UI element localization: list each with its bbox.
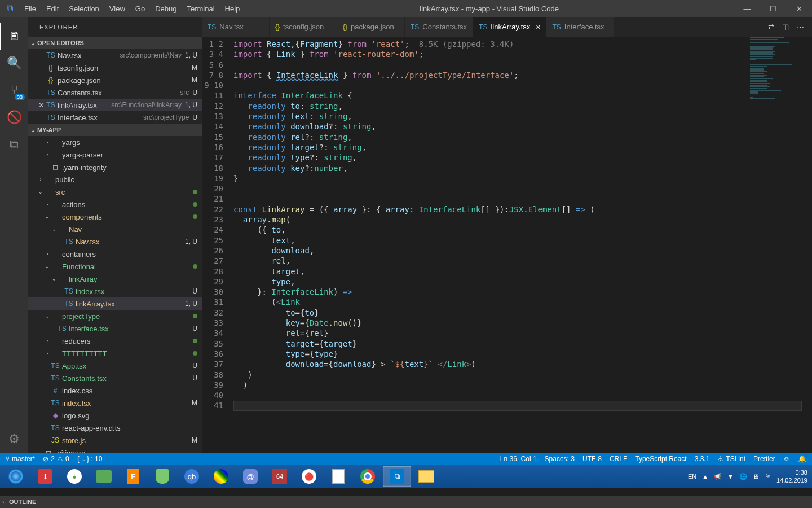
tree-item[interactable]: ⌄ Functional xyxy=(28,260,202,273)
tree-item[interactable]: ◻ .yarn-integrity xyxy=(28,161,202,173)
minimap[interactable] xyxy=(748,37,804,217)
settings-gear-icon[interactable]: ⚙ xyxy=(0,426,28,453)
problems[interactable]: ⊘ 2 ⚠ 0 xyxy=(43,455,69,463)
tree-item[interactable]: › yargs-parser xyxy=(28,148,202,161)
close-icon[interactable]: × xyxy=(536,23,540,32)
maximize-button[interactable]: ☐ xyxy=(760,0,786,17)
tray-icon[interactable]: ▲ xyxy=(702,473,708,480)
editor-tab[interactable]: TS linkArray.tsx × xyxy=(473,17,546,37)
ts-version[interactable]: 3.3.1 xyxy=(695,455,710,463)
tree-item[interactable]: TS linkArray.tsx1, U xyxy=(28,297,202,310)
editor-tab[interactable]: TS Constants.tsx xyxy=(405,17,473,37)
open-editor-item[interactable]: TS Interface.tsx src\projectType U xyxy=(28,111,202,124)
tray-lang[interactable]: EN xyxy=(688,473,696,480)
tree-item[interactable]: TS react-app-env.d.ts xyxy=(28,422,202,434)
outline-header[interactable]: › OUTLINE xyxy=(0,496,812,508)
open-editor-item[interactable]: {} tsconfig.json M xyxy=(28,62,202,74)
menu-terminal[interactable]: Terminal xyxy=(182,1,219,16)
tree-item[interactable]: TS App.tsxU xyxy=(28,360,202,372)
project-header[interactable]: ⌄ MY-APP xyxy=(28,124,202,136)
taskbar-app-5[interactable] xyxy=(148,466,176,487)
minimize-button[interactable]: — xyxy=(734,0,760,17)
cursor-position[interactable]: Ln 36, Col 1 xyxy=(500,455,537,463)
taskbar-app-6[interactable]: qb xyxy=(178,466,206,487)
taskbar-vscode[interactable]: ⧉ xyxy=(383,466,411,487)
taskbar-discord[interactable]: @ xyxy=(236,466,264,487)
tree-item[interactable]: TS Interface.tsxU xyxy=(28,322,202,335)
menu-help[interactable]: Help xyxy=(220,1,245,16)
start-button[interactable] xyxy=(2,466,30,487)
tray-icon[interactable]: 🏳 xyxy=(765,473,771,480)
debug-icon[interactable]: 🚫 xyxy=(0,104,28,131)
editor-tab[interactable]: TS Nav.tsx xyxy=(202,17,270,37)
close-button[interactable]: ✕ xyxy=(786,0,812,17)
tray-clock[interactable]: 0:38 14.02.2019 xyxy=(776,468,807,484)
editor-tab[interactable]: {} package.json xyxy=(337,17,405,37)
taskbar-chrome[interactable] xyxy=(354,466,382,487)
taskbar-app-8[interactable]: 64 xyxy=(266,466,294,487)
tree-item[interactable]: ⌄ Nav xyxy=(28,223,202,235)
tslint-status[interactable]: ⚠ TSLint xyxy=(717,455,745,463)
notifications-icon[interactable]: 🔔 xyxy=(798,455,806,463)
tree-item[interactable]: › reducers xyxy=(28,335,202,347)
tree-item[interactable]: › yargs xyxy=(28,136,202,148)
tray-icon[interactable]: 🖥 xyxy=(753,473,759,480)
menu-file[interactable]: File xyxy=(20,1,41,16)
taskbar-app-7[interactable] xyxy=(207,466,235,487)
taskbar-app-1[interactable]: ⬇ xyxy=(31,466,59,487)
open-editor-item[interactable]: TS Constants.tsx src U xyxy=(28,86,202,99)
tree-item[interactable]: # index.css xyxy=(28,384,202,397)
taskbar-app-4[interactable]: F xyxy=(119,466,147,487)
source-control-icon[interactable]: ⑂33 xyxy=(0,77,28,104)
tree-item[interactable]: ⌄ linkArray xyxy=(28,273,202,285)
explorer-icon[interactable]: 🗎 xyxy=(0,23,28,50)
menu-view[interactable]: View xyxy=(105,1,130,16)
tree-item[interactable]: › public xyxy=(28,173,202,186)
encoding[interactable]: UTF-8 xyxy=(582,455,602,463)
taskbar-app-2[interactable]: ● xyxy=(60,466,89,487)
editor-tab[interactable]: TS Interface.tsx xyxy=(546,17,614,37)
tree-item[interactable]: ◻ .gitignore xyxy=(28,446,202,453)
feedback-icon[interactable]: ☺ xyxy=(783,455,790,463)
taskbar-explorer[interactable] xyxy=(412,466,440,487)
compare-icon[interactable]: ⇄ xyxy=(768,23,774,31)
extensions-icon[interactable]: ⧉ xyxy=(0,131,28,158)
bracket-indicator[interactable]: { .. } : 10 xyxy=(77,455,103,463)
more-icon[interactable]: ⋯ xyxy=(797,23,804,31)
language-mode[interactable]: TypeScript React xyxy=(635,455,686,463)
tree-item[interactable]: ⌄ src xyxy=(28,186,202,198)
search-icon[interactable]: 🔍 xyxy=(0,50,28,77)
tree-item[interactable]: TS Nav.tsx1, U xyxy=(28,235,202,248)
menu-debug[interactable]: Debug xyxy=(151,1,181,16)
code-content[interactable]: import React,{Fragment} from 'react'; 8.… xyxy=(233,37,812,453)
menu-edit[interactable]: Edit xyxy=(42,1,63,16)
tree-item[interactable]: ⌄ projectType xyxy=(28,310,202,322)
editor-tab[interactable]: {} tsconfig.json xyxy=(270,17,337,37)
taskbar-app-9[interactable]: 🔴 xyxy=(295,466,323,487)
editor-body[interactable]: 1 2 3 4 5 6 7 8 9 10 11 12 13 14 15 16 1… xyxy=(202,37,812,453)
tree-item[interactable]: › actions xyxy=(28,198,202,211)
menu-selection[interactable]: Selection xyxy=(64,1,103,16)
tray-icon[interactable]: 🌐 xyxy=(739,473,747,480)
tree-item[interactable]: JS store.jsM xyxy=(28,434,202,446)
tree-item[interactable]: › TTTTTTTTTT xyxy=(28,347,202,360)
taskbar-app-3[interactable] xyxy=(90,466,118,487)
open-editors-header[interactable]: ⌄ OPEN EDITORS xyxy=(28,37,202,49)
open-editor-item[interactable]: ✕ TS linkArray.tsx src\Functional\linkAr… xyxy=(28,99,202,111)
git-branch[interactable]: ⑂ master* xyxy=(6,455,35,463)
tree-item[interactable]: ◆ logo.svg xyxy=(28,409,202,422)
open-editor-item[interactable]: TS Nav.tsx src\components\Nav 1, U xyxy=(28,49,202,62)
prettier-status[interactable]: Prettier xyxy=(753,455,775,463)
tree-item[interactable]: TS index.tsxU xyxy=(28,285,202,297)
tree-item[interactable]: ⌄ components xyxy=(28,211,202,223)
menu-go[interactable]: Go xyxy=(131,1,149,16)
eol[interactable]: CRLF xyxy=(610,455,627,463)
open-editor-item[interactable]: {} package.json M xyxy=(28,74,202,86)
close-icon[interactable]: ✕ xyxy=(37,101,45,110)
tree-item[interactable]: TS index.tsxM xyxy=(28,397,202,409)
split-editor-icon[interactable]: ◫ xyxy=(782,23,789,31)
taskbar-app-10[interactable] xyxy=(324,466,352,487)
tray-icon[interactable]: ▼ xyxy=(727,473,734,480)
tree-item[interactable]: TS Constants.tsxU xyxy=(28,372,202,384)
indentation[interactable]: Spaces: 3 xyxy=(545,455,575,463)
